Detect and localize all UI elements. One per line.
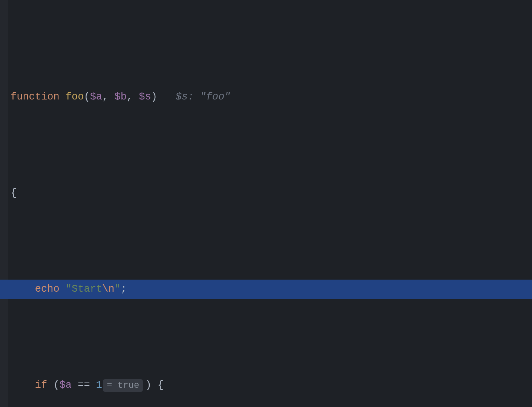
semicolon: ; [121, 280, 127, 299]
inline-value-hint: $s: "foo" [175, 87, 230, 107]
string-literal: "Start\n" [66, 280, 121, 299]
paren-close: ) [151, 87, 157, 107]
brace-open: { [11, 184, 17, 203]
param-b: $b [114, 87, 126, 107]
param-s: $s [139, 87, 151, 107]
number-literal: 1 [96, 376, 102, 395]
code-line[interactable]: if ($a == 1= true) { [0, 376, 532, 395]
operator-eq: == [72, 376, 96, 395]
escape-sequence: \n [102, 283, 114, 295]
current-line[interactable]: echo "Start\n"; [0, 280, 532, 299]
code-editor[interactable]: function foo($a, $b, $s) $s: "foo" { ech… [0, 0, 532, 407]
var-a: $a [60, 376, 72, 395]
code-line[interactable]: { [0, 184, 532, 203]
function-name: foo [66, 87, 84, 107]
keyword-function: function [11, 87, 60, 107]
code-line[interactable]: function foo($a, $b, $s) $s: "foo" [0, 87, 532, 107]
keyword-if: if [35, 376, 47, 395]
paren-open: ( [84, 87, 90, 107]
param-a: $a [90, 87, 102, 107]
inline-eval-hint-true: = true [103, 379, 143, 392]
keyword-echo: echo [35, 280, 60, 299]
